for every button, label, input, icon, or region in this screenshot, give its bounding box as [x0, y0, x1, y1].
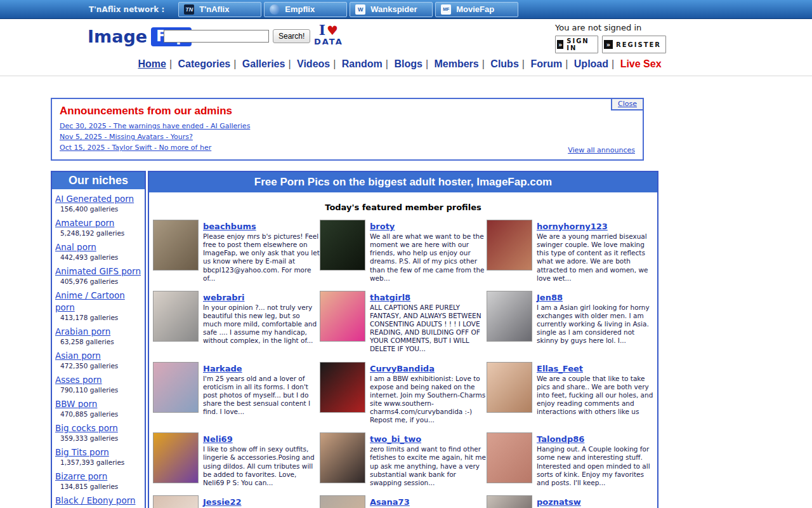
niche-item: Bizarre porn134,815 galleries — [52, 467, 145, 491]
profile-username-link[interactable]: thatgirl8 — [370, 293, 410, 302]
announcement-link[interactable]: Oct 15, 2025 - Taylor Swift - No more of… — [60, 144, 211, 152]
profile-card: hornyhorny123 We are a young married bis… — [487, 220, 653, 283]
featured-profiles-title: Today's featured member profiles — [149, 203, 657, 212]
niche-link[interactable]: Big cocks porn — [55, 423, 118, 433]
profile-thumbnail[interactable] — [320, 362, 365, 413]
nav-categories[interactable]: Categories — [178, 58, 231, 69]
announcements-close-button[interactable]: Close — [611, 98, 644, 110]
network-link-moviefap[interactable]: MF MovieFap — [435, 2, 518, 17]
profile-username-link[interactable]: CurvyBandida — [370, 364, 435, 373]
nav-galleries[interactable]: Galleries — [242, 58, 285, 69]
search-form: Search! — [164, 29, 310, 43]
profile-description: Hanging out. A Couple looking for some n… — [537, 445, 653, 487]
search-button[interactable]: Search! — [273, 29, 310, 43]
niche-link[interactable]: Anal porn — [55, 242, 96, 252]
nav-random[interactable]: Random — [342, 58, 383, 69]
profile-thumbnail[interactable] — [320, 291, 365, 342]
profile-thumbnail[interactable] — [320, 432, 365, 483]
profile-thumbnail[interactable] — [153, 362, 199, 413]
ild-word-data: DATA — [314, 37, 343, 46]
network-link-wankspider[interactable]: W Wankspider — [350, 2, 433, 17]
profile-description: I'm 25 years old and a lover of eroticis… — [203, 375, 320, 417]
search-input[interactable] — [164, 30, 269, 43]
nav-upload[interactable]: Upload — [574, 58, 608, 69]
nav-blogs[interactable]: Blogs — [394, 58, 422, 69]
nav-videos[interactable]: Videos — [297, 58, 330, 69]
profile-username-link[interactable]: Talondp86 — [537, 434, 584, 444]
niche-count: 442,493 galleries — [55, 253, 141, 261]
niche-item: Black / Ebony porn254,325 galleries — [52, 491, 145, 508]
profile-thumbnail[interactable] — [320, 220, 365, 271]
profile-username-link[interactable]: poznatsw — [537, 497, 581, 507]
profile-username-link[interactable]: Harkade — [203, 364, 242, 373]
profile-description: I like to show off in sexy outfits, ling… — [203, 445, 320, 487]
nav-live-sex[interactable]: Live Sex — [620, 58, 662, 69]
arrow-icon: » — [557, 40, 563, 49]
niche-link[interactable]: Big Tits porn — [55, 447, 109, 457]
profile-username-link[interactable]: Jessie22 — [203, 497, 242, 507]
niche-link[interactable]: Asses porn — [55, 375, 102, 385]
view-all-announces-link[interactable]: View all announces — [568, 146, 635, 154]
niche-item: Animated GIFS porn405,976 galleries — [52, 262, 145, 286]
profile-username-link[interactable]: Neli69 — [203, 434, 233, 444]
profile-username-link[interactable]: Ellas_Feet — [537, 364, 583, 373]
niche-count: 5,248,192 galleries — [55, 229, 141, 237]
niche-count: 790,110 galleries — [55, 386, 141, 394]
profile-description: I am a Asian girl looking for horny exch… — [537, 304, 653, 345]
profile-thumbnail[interactable] — [153, 220, 199, 271]
profile-card: Neli69 I like to show off in sexy outfit… — [153, 432, 320, 487]
profile-thumbnail[interactable] — [153, 291, 199, 342]
announcement-link[interactable]: Dec 30, 2025 - The warnings have ended -… — [60, 122, 250, 130]
niche-link[interactable]: Black / Ebony porn — [55, 495, 136, 505]
announcement-link[interactable]: Nov 5, 2025 - Missing Avatars - Yours? — [60, 133, 193, 141]
profile-thumbnail[interactable] — [487, 432, 532, 483]
moviefap-icon: MF — [441, 4, 451, 15]
profile-thumbnail[interactable] — [487, 495, 532, 508]
profile-description: We are a couple that like to take pics a… — [537, 375, 653, 417]
niche-count: 472,350 galleries — [55, 362, 141, 370]
profile-thumbnail[interactable] — [153, 432, 199, 483]
profile-card: Ellas_Feet We are a couple that like to … — [487, 362, 653, 425]
niche-link[interactable]: Bizarre porn — [55, 471, 107, 481]
featured-profiles-grid: beachbums Please enjoy mrs b's pictures!… — [149, 220, 657, 508]
profile-thumbnail[interactable] — [487, 291, 532, 342]
niche-link[interactable]: Anime / Cartoon porn — [55, 290, 125, 312]
profile-username-link[interactable]: webrabri — [203, 293, 245, 302]
site-header: Image Fap Search! I♥ DATA You are not si… — [51, 19, 749, 58]
i-love-data-logo[interactable]: I♥ DATA — [314, 23, 343, 46]
profile-description: Please enjoy mrs b's pictures! Feel free… — [203, 232, 320, 283]
niche-link[interactable]: BBW porn — [55, 399, 97, 409]
niche-item: Amateur porn5,248,192 galleries — [52, 213, 145, 237]
niche-count: 359,333 galleries — [55, 434, 141, 442]
profile-description: In your opinion ?... not truly very beau… — [203, 304, 320, 345]
network-link-tnaflix[interactable]: TN T'nAflix — [178, 2, 261, 17]
nav-clubs[interactable]: Clubs — [490, 58, 518, 69]
niche-link[interactable]: Amateur porn — [55, 218, 114, 228]
niche-link[interactable]: Animated GIFS porn — [55, 266, 141, 276]
profile-username-link[interactable]: broty — [370, 222, 395, 231]
profile-username-link[interactable]: beachbums — [203, 222, 256, 231]
main-nav: Home| Categories| Galleries| Videos| Ran… — [51, 58, 749, 70]
niche-link[interactable]: Asian porn — [55, 351, 101, 361]
main-banner: Free Porn Pics on the biggest adult host… — [149, 172, 657, 192]
nav-members[interactable]: Members — [434, 58, 478, 69]
network-bar: T'nAflix network : TN T'nAflix Empflix W… — [0, 0, 812, 19]
network-link-empflix[interactable]: Empflix — [264, 2, 347, 17]
niches-sidebar-title: Our niches — [52, 172, 145, 189]
register-button[interactable]: » REGISTER — [602, 36, 666, 53]
niche-item: Big Tits porn1,357,393 galleries — [52, 443, 145, 467]
profile-thumbnail[interactable] — [487, 362, 532, 413]
profile-username-link[interactable]: two_bi_two — [370, 434, 421, 444]
niche-link[interactable]: Arabian porn — [55, 326, 110, 337]
profile-thumbnail[interactable] — [320, 495, 365, 508]
profile-username-link[interactable]: hornyhorny123 — [537, 222, 608, 231]
profile-thumbnail[interactable] — [487, 220, 532, 271]
nav-home[interactable]: Home — [138, 58, 166, 69]
nav-forum[interactable]: Forum — [530, 58, 562, 69]
profile-username-link[interactable]: Jen88 — [537, 293, 563, 302]
profile-username-link[interactable]: Asana73 — [370, 497, 410, 507]
niche-link[interactable]: AI Generated porn — [55, 194, 134, 204]
sign-in-button[interactable]: » SIGN IN — [555, 36, 598, 53]
main-panel: Free Porn Pics on the biggest adult host… — [148, 171, 658, 508]
profile-thumbnail[interactable] — [153, 495, 199, 508]
